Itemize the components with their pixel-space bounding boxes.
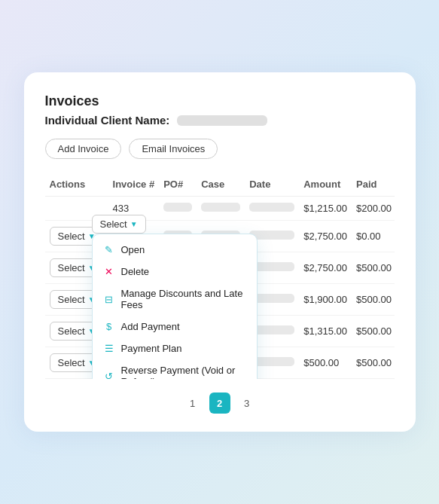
invoices-card: Invoices Individual Client Name: Add Inv…	[24, 72, 416, 432]
dropdown-item-label: Manage Discounts and Late Fees	[121, 288, 246, 310]
open-icon: ✎	[103, 244, 115, 255]
dropdown-item-plan[interactable]: ☰Payment Plan	[93, 338, 257, 359]
dropdown-arrow-icon: ▼	[130, 220, 138, 228]
page-btn-2[interactable]: 2	[209, 393, 230, 414]
select-label: Select	[58, 262, 85, 273]
select-label: Select	[58, 357, 85, 368]
amount-cell: $2,750.00	[299, 252, 352, 284]
amount-cell: $1,900.00	[299, 284, 352, 316]
select-label: Select	[100, 218, 127, 230]
paid-cell: $200.00	[352, 197, 394, 221]
select-label: Select	[58, 231, 85, 242]
dropdown-item-reverse[interactable]: ↺Reverse Payment (Void or Refund)	[93, 359, 257, 379]
reverse-icon: ↺	[103, 371, 115, 380]
plan-icon: ☰	[103, 343, 115, 354]
addpay-icon: $	[103, 321, 115, 332]
pagination: 123	[45, 393, 395, 414]
paid-cell: $500.00	[352, 347, 394, 379]
paid-cell: $500.00	[352, 284, 394, 316]
dropdown-item-label: Payment Plan	[121, 343, 182, 354]
paid-cell: $500.00	[352, 252, 394, 284]
col-date: Date	[245, 173, 299, 197]
col-case: Case	[197, 173, 245, 197]
table-header-row: Actions Invoice # PO# Case Date Amount P…	[45, 173, 395, 197]
dropdown-item-label: Open	[121, 244, 145, 255]
actions-row: Add Invoice Email Invoices	[45, 139, 395, 159]
client-label: Individual Client Name:	[45, 114, 170, 127]
delete-icon: ✕	[103, 266, 115, 277]
col-invoice: Invoice #	[108, 173, 160, 197]
table-wrap: Actions Invoice # PO# Case Date Amount P…	[45, 173, 395, 379]
add-invoice-button[interactable]: Add Invoice	[45, 139, 122, 159]
dropdown-item-delete[interactable]: ✕Delete	[93, 261, 257, 283]
amount-cell: $2,750.00	[299, 221, 352, 252]
dropdown-item-label: Reverse Payment (Void or Refund)	[121, 365, 246, 379]
col-po: PO#	[159, 173, 197, 197]
dropdown-item-label: Delete	[121, 266, 150, 277]
dropdown-item-addpay[interactable]: $Add Payment	[93, 316, 257, 338]
client-row: Individual Client Name:	[45, 114, 395, 127]
client-name-placeholder	[177, 115, 267, 126]
dropdown-item-label: Add Payment	[121, 321, 180, 332]
page-btn-1[interactable]: 1	[182, 393, 203, 414]
paid-cell: $0.00	[352, 221, 394, 252]
actions-dropdown: Select ▼ ✎Open✕Delete⊟Manage Discounts a…	[92, 215, 258, 379]
dropdown-item-open[interactable]: ✎Open	[93, 239, 257, 261]
dropdown-menu: ✎Open✕Delete⊟Manage Discounts and Late F…	[92, 234, 258, 379]
select-button[interactable]: Select ▼	[92, 215, 146, 234]
dropdown-item-discount[interactable]: ⊟Manage Discounts and Late Fees	[93, 283, 257, 316]
page-btn-3[interactable]: 3	[236, 393, 258, 414]
select-label: Select	[58, 294, 85, 305]
amount-cell: $1,315.00	[299, 316, 352, 347]
page-title: Invoices	[45, 93, 395, 109]
amount-cell: $500.00	[299, 347, 352, 379]
amount-cell: $1,215.00	[299, 197, 352, 221]
paid-cell: $500.00	[352, 316, 394, 347]
discount-icon: ⊟	[103, 294, 115, 305]
select-label: Select	[58, 325, 85, 337]
col-amount: Amount	[299, 173, 352, 197]
col-paid: Paid	[352, 173, 394, 197]
col-actions: Actions	[45, 173, 108, 197]
email-invoices-button[interactable]: Email Invoices	[129, 139, 218, 159]
